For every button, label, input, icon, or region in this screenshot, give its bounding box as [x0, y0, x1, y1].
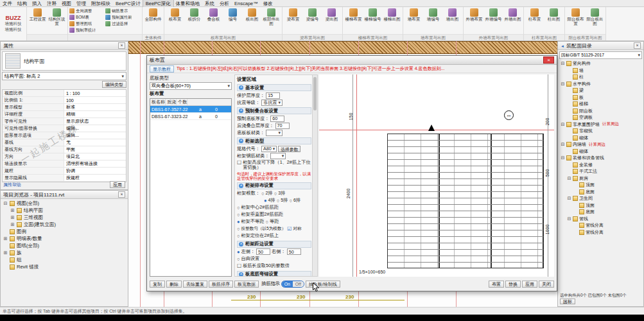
radio-icon[interactable]: [274, 191, 277, 196]
dedup-button[interactable]: 去除重复: [183, 281, 207, 288]
close-icon[interactable]: [118, 42, 125, 49]
catalog-item[interactable]: 顶面: [558, 182, 643, 189]
catalog-item[interactable]: ⊟ 水平构件: [558, 81, 643, 88]
property-value[interactable]: 协调: [64, 168, 126, 174]
property-value[interactable]: 项目北: [64, 153, 126, 160]
expander-icon[interactable]: ⊟: [567, 216, 571, 221]
catalog-item[interactable]: ⊟ 非承重围护墙 计算周边: [558, 121, 643, 128]
expander-icon[interactable]: ⊟: [561, 142, 565, 147]
ribbon-button[interactable]: 全部构件: [144, 8, 162, 26]
property-value[interactable]: 标准: [64, 104, 126, 110]
ribbon-button[interactable]: 楼梯出图: [383, 8, 401, 26]
properties-help-link[interactable]: 属性帮助: [3, 182, 21, 188]
catalog-item[interactable]: ⊟ 装修和设备管线: [558, 155, 643, 162]
ribbon-button[interactable]: 结构区设置: [48, 8, 66, 26]
collapse-arrow-icon[interactable]: [561, 43, 564, 49]
apply-button[interactable]: 应用: [522, 281, 537, 288]
type-selector[interactable]: 结构平面: 标高 2: [2, 72, 126, 80]
ribbon-button[interactable]: 预制率统计: [69, 27, 105, 33]
property-value[interactable]: 按规程: [64, 175, 126, 181]
section-truss[interactable]: 桁架选型: [237, 137, 311, 144]
ribbon-button[interactable]: 工程设置: [28, 8, 47, 26]
menu-tab[interactable]: 体量和场地: [173, 0, 203, 7]
menu-tab[interactable]: 注释: [44, 0, 59, 7]
ribbon-button[interactable]: 梁编号: [303, 8, 322, 26]
ribbon-button[interactable]: 预制属性刷: [105, 14, 141, 21]
show-tutorial-button[interactable]: 显示教程: [150, 65, 174, 73]
radio-icon[interactable]: [237, 256, 240, 262]
ribbon-button[interactable]: 整理图纸: [69, 21, 105, 27]
slab-type-select[interactable]: 双向叠合板(60+70): [150, 82, 232, 90]
radio-icon[interactable]: [237, 233, 240, 239]
checkbox-checked-icon[interactable]: [287, 226, 292, 232]
menu-tab[interactable]: BeePC设计: [113, 0, 143, 7]
ribbon-button[interactable]: 外墙编号: [484, 8, 503, 26]
ribbon-button[interactable]: BOM表: [69, 14, 105, 21]
tree-item[interactable]: Revit 链接: [1, 263, 128, 270]
catalog-item[interactable]: ⊟ 卫生间: [558, 195, 643, 202]
tree-item[interactable]: 组: [1, 256, 128, 263]
menu-tab[interactable]: Enscape™: [232, 0, 261, 7]
tree-item[interactable]: ⊞ 三维视图: [1, 214, 128, 221]
expander-icon[interactable]: ⊟: [567, 196, 571, 201]
catalog-item[interactable]: 底面: [558, 209, 643, 216]
close-icon[interactable]: [118, 191, 125, 198]
tree-item[interactable]: ⊞ 明细表/数量: [1, 235, 128, 242]
select-parameter-button[interactable]: 选择参数: [278, 146, 300, 152]
expander-icon[interactable]: ⊟: [561, 122, 565, 127]
menu-tab[interactable]: 管理: [74, 0, 89, 7]
edge-left-input[interactable]: 50: [256, 248, 270, 255]
menu-tab[interactable]: 视图: [59, 0, 74, 7]
copy-button[interactable]: 复制: [150, 281, 165, 288]
expander-icon[interactable]: ⊟: [561, 155, 565, 160]
ribbon-button[interactable]: 全局调整: [69, 8, 105, 14]
ribbon-button[interactable]: 楼梯编号: [363, 8, 382, 26]
tree-item[interactable]: ⊞ 结构平面: [1, 207, 128, 214]
catalog-item[interactable]: ⊟ 内隔墙 计算周边: [558, 141, 643, 148]
radio-icon[interactable]: [261, 191, 265, 196]
catalog-item[interactable]: 管线分离: [558, 222, 643, 229]
expander-icon[interactable]: ⊟: [561, 61, 565, 66]
expander-icon[interactable]: ⊞: [3, 236, 8, 241]
spec-select[interactable]: A80: [261, 146, 277, 152]
menu-tab[interactable]: 文件: [0, 0, 15, 7]
property-value[interactable]: 无: [64, 139, 126, 146]
tree-item[interactable]: 图纸(全部): [1, 242, 128, 249]
standard-select[interactable]: 国标GB/T 51129-2017: [559, 51, 642, 59]
ribbon-button[interactable]: 阳台板布置: [566, 8, 585, 26]
apply-button[interactable]: 应用: [110, 181, 125, 188]
tree-item[interactable]: ⊞ 立面(建筑立面): [1, 221, 128, 228]
radio-icon[interactable]: [237, 205, 240, 211]
expander-icon[interactable]: ⊟: [567, 176, 571, 181]
tree-item[interactable]: ⊟ 视图(全部): [1, 200, 128, 207]
catalog-item[interactable]: 楼梯: [558, 101, 643, 108]
radio-icon[interactable]: [265, 219, 268, 225]
ribbon-button[interactable]: 阳台板出图: [586, 8, 604, 26]
radio-selected-icon[interactable]: [264, 198, 267, 204]
place-button[interactable]: 布置: [489, 281, 504, 288]
replace-button[interactable]: 替换: [505, 281, 521, 288]
radio-selected-icon[interactable]: [237, 249, 240, 255]
ribbon-button[interactable]: 板布置: [166, 8, 184, 26]
standard-button[interactable]: 国标: [560, 299, 575, 304]
expander-icon[interactable]: ⊟: [561, 82, 565, 87]
tree-item[interactable]: ⊞ 族: [1, 249, 128, 256]
edit-type-button[interactable]: 编辑类型: [102, 81, 126, 88]
ribbon-button[interactable]: 梁出图: [322, 8, 341, 26]
catalog-item[interactable]: 砌体: [558, 135, 643, 142]
radio-icon[interactable]: [289, 198, 292, 204]
checkbox-icon[interactable]: [237, 263, 241, 269]
catalog-item[interactable]: 空调板: [558, 114, 643, 121]
table-row[interactable]: DBS1-67-3527-22 a 0: [150, 106, 231, 113]
expander-icon[interactable]: ⊞: [3, 250, 8, 256]
tree-item[interactable]: 图例: [1, 228, 128, 235]
expander-icon[interactable]: ⊞: [10, 222, 15, 227]
catalog-item[interactable]: ⊟ 管线: [558, 216, 643, 223]
slab-thickness-input[interactable]: 60: [270, 116, 284, 122]
checkbox-icon[interactable]: [237, 160, 241, 166]
catalog-item[interactable]: 全装修: [558, 162, 643, 169]
catalog-item[interactable]: 墙: [558, 67, 643, 74]
expander-icon[interactable]: ⊞: [10, 208, 15, 213]
catalog-item[interactable]: ⊟ 竖向构件: [558, 60, 643, 67]
catalog-item[interactable]: 梁: [558, 87, 643, 94]
